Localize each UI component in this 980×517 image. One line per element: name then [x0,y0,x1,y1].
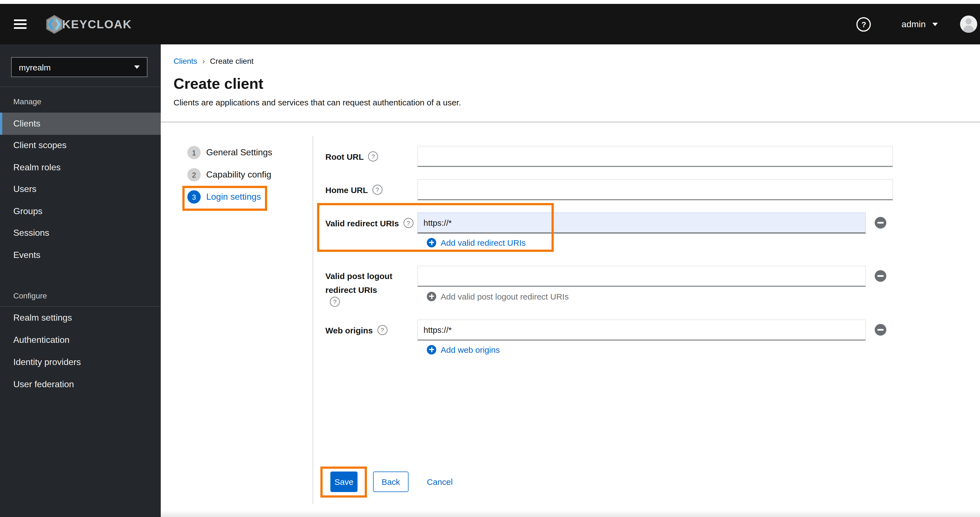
sidebar-item-realm-settings[interactable]: Realm settings [0,307,161,329]
sidebar-item-realm-roles[interactable]: Realm roles [0,156,161,178]
home-url-input[interactable] [417,179,893,200]
masthead-right: admin [857,16,980,33]
step-label: General Settings [206,148,272,158]
realm-selector[interactable]: myrealm [11,57,148,77]
avatar[interactable] [960,16,977,33]
sidebar-item-users[interactable]: Users [0,178,161,200]
save-button[interactable]: Save [330,472,358,492]
web-origins-input[interactable] [417,319,866,341]
remove-redirect-uri-button[interactable] [875,217,886,228]
home-url-label: Home URL [325,179,414,200]
page-title: Create client [173,75,263,93]
brand-text: KEYCLOAK [62,18,132,31]
hamburger-menu-icon[interactable] [14,19,27,29]
header-divider [161,121,980,123]
keycloak-logo[interactable]: KEYCLOAK [43,13,132,35]
question-circle-icon[interactable] [330,297,340,307]
caret-down-icon [932,22,938,26]
valid-redirect-uris-input[interactable] [417,212,866,233]
cancel-button[interactable]: Cancel [427,472,453,492]
wizard-form-divider [313,136,313,504]
web-origins-label: Web origins [325,319,414,341]
question-circle-icon[interactable] [403,218,413,228]
add-valid-redirect-uris-link[interactable]: Add valid redirect URIs [427,237,526,248]
add-valid-post-logout-link[interactable]: Add valid post logout redirect URIs [427,291,569,302]
sidebar-item-user-federation[interactable]: User federation [0,373,161,396]
question-circle-icon[interactable] [377,325,387,335]
back-button[interactable]: Back [373,472,409,492]
plus-circle-icon [427,238,436,247]
step-number: 2 [187,168,200,181]
wizard-step-login-settings[interactable]: 3 Login settings [187,190,261,204]
root-url-input[interactable] [417,146,893,167]
sidebar-item-client-scopes[interactable]: Client scopes [0,134,161,156]
sidebar-item-identity-providers[interactable]: Identity providers [0,351,161,373]
page-description: Clients are applications and services th… [173,97,461,107]
add-web-origins-link[interactable]: Add web origins [427,344,500,355]
sidebar: myrealm Manage Clients Client scopes Rea… [0,45,161,517]
user-menu[interactable]: admin [902,19,938,29]
step-label: Capability config [206,170,271,180]
question-circle-icon[interactable] [372,185,382,195]
breadcrumb-chevron-icon: › [202,56,205,65]
breadcrumb: Clients › Create client [173,56,254,65]
plus-circle-icon [427,345,436,354]
caret-down-icon [134,65,140,69]
plus-circle-icon [427,292,436,301]
bottom-fade [161,511,980,517]
remove-post-logout-uri-button[interactable] [875,270,886,282]
breadcrumb-current: Create client [210,56,254,65]
nav-section-configure: Configure [13,291,47,300]
root-url-label: Root URL [325,146,414,167]
sidebar-item-events[interactable]: Events [0,244,161,266]
step-number: 1 [187,146,200,159]
valid-redirect-uris-label: Valid redirect URIs [325,212,414,233]
wizard-step-general-settings[interactable]: 1 General Settings [187,146,272,159]
keycloak-admin-console: KEYCLOAK admin myrealm Manage Clients Cl… [0,0,980,517]
valid-post-logout-input[interactable] [417,266,866,287]
realm-name: myrealm [19,62,51,72]
step-label: Login settings [206,192,261,202]
sidebar-item-clients[interactable]: Clients [0,113,161,134]
sidebar-item-sessions[interactable]: Sessions [0,222,161,244]
main-content: Clients › Create client Create client Cl… [161,45,980,517]
valid-post-logout-label: Valid post logout redirect URIs [325,266,409,300]
sidebar-item-groups[interactable]: Groups [0,200,161,222]
remove-web-origin-button[interactable] [875,324,886,336]
sidebar-divider [0,86,161,87]
sidebar-item-authentication[interactable]: Authentication [0,329,161,351]
breadcrumb-clients-link[interactable]: Clients [173,56,197,65]
masthead: KEYCLOAK admin [0,4,980,45]
help-icon[interactable] [857,17,871,31]
nav-section-manage: Manage [13,97,41,106]
question-circle-icon[interactable] [368,152,378,161]
step-number: 3 [187,190,200,204]
username: admin [902,19,926,29]
wizard-step-capability-config[interactable]: 2 Capability config [187,168,271,181]
